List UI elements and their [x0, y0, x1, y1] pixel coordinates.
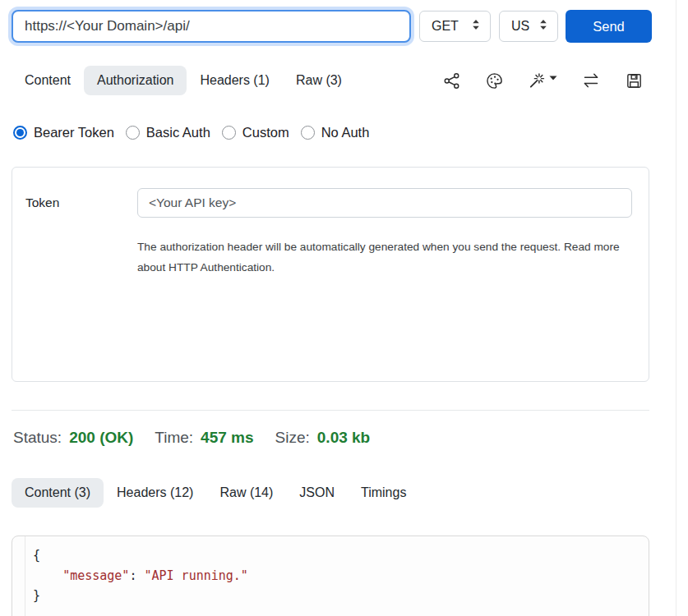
tab-raw[interactable]: Raw (3): [283, 66, 355, 95]
bearer-token-panel: Token The authorization header will be a…: [12, 167, 649, 382]
url-input[interactable]: [12, 10, 411, 43]
size-value: 0.03 kb: [317, 429, 370, 447]
tab-response-json[interactable]: JSON: [286, 478, 348, 508]
size-label: Size:: [275, 429, 310, 447]
request-toolbar: [442, 71, 652, 90]
radio-label: No Auth: [321, 125, 370, 140]
tab-response-raw[interactable]: Raw (14): [206, 478, 286, 508]
palette-icon: [485, 71, 504, 90]
radio-no-auth[interactable]: No Auth: [301, 125, 370, 140]
time-group: Time: 457 ms: [155, 429, 253, 447]
radio-label: Basic Auth: [146, 125, 210, 140]
beautify-dropdown-button[interactable]: [528, 71, 557, 90]
region-select[interactable]: US: [499, 11, 558, 42]
status-value: 200 (OK): [69, 429, 133, 447]
response-body-code: { "message": "API running." }: [25, 536, 649, 616]
token-input[interactable]: [137, 188, 632, 218]
radio-custom[interactable]: Custom: [222, 125, 289, 140]
radio-basic-auth[interactable]: Basic Auth: [126, 125, 210, 140]
section-divider: [12, 410, 649, 411]
tab-response-timings[interactable]: Timings: [348, 478, 419, 508]
token-label: Token: [25, 195, 59, 210]
code-line: "message": "API running.": [33, 566, 640, 586]
updown-arrows-icon: [539, 19, 547, 34]
time-value: 457 ms: [201, 429, 253, 447]
radio-unselected-icon: [126, 126, 140, 140]
status-group: Status: 200 (OK): [13, 429, 133, 447]
status-label: Status:: [13, 429, 62, 447]
region-select-value: US: [511, 19, 529, 34]
tab-headers[interactable]: Headers (1): [187, 66, 282, 95]
radio-bearer-token[interactable]: Bearer Token: [13, 125, 114, 140]
save-icon: [625, 71, 644, 90]
radio-selected-icon: [13, 126, 27, 140]
radio-label: Custom: [242, 125, 289, 140]
magic-wand-icon: [528, 71, 547, 90]
request-bar: GET US Send: [12, 10, 652, 43]
content-right-divider: [676, 0, 676, 616]
radio-unselected-icon: [222, 126, 236, 140]
method-select[interactable]: GET: [419, 11, 491, 42]
radio-label: Bearer Token: [34, 125, 114, 140]
swap-arrows-icon: [581, 71, 601, 90]
share-button[interactable]: [442, 71, 461, 90]
json-value: "API running.": [144, 568, 247, 583]
auth-type-options: Bearer Token Basic Auth Custom No Auth: [13, 125, 369, 140]
method-select-value: GET: [432, 19, 459, 34]
time-label: Time:: [155, 429, 193, 447]
tab-authorization[interactable]: Authorization: [84, 66, 187, 95]
updown-arrows-icon: [472, 19, 480, 34]
save-button[interactable]: [625, 71, 644, 90]
response-status-row: Status: 200 (OK) Time: 457 ms Size: 0.03…: [13, 429, 391, 447]
json-key: "message": [62, 568, 129, 583]
tab-response-headers[interactable]: Headers (12): [104, 478, 206, 508]
response-body-panel: { "message": "API running." }: [12, 536, 649, 616]
tab-response-content[interactable]: Content (3): [12, 478, 104, 508]
code-gutter: [12, 536, 25, 616]
radio-unselected-icon: [301, 126, 315, 140]
token-help-text: The authorization header will be automat…: [137, 237, 645, 278]
size-group: Size: 0.03 kb: [275, 429, 371, 447]
swap-button[interactable]: [581, 71, 601, 90]
theme-button[interactable]: [485, 71, 504, 90]
tab-content[interactable]: Content: [12, 66, 84, 95]
response-tabs-row: Content (3) Headers (12) Raw (14) JSON T…: [12, 478, 419, 508]
chevron-down-icon: [549, 76, 557, 80]
share-icon: [442, 71, 461, 90]
send-button[interactable]: Send: [566, 10, 652, 43]
code-line: }: [33, 586, 640, 606]
request-tabs-row: Content Authorization Headers (1) Raw (3…: [12, 64, 652, 97]
code-line: {: [33, 545, 640, 566]
